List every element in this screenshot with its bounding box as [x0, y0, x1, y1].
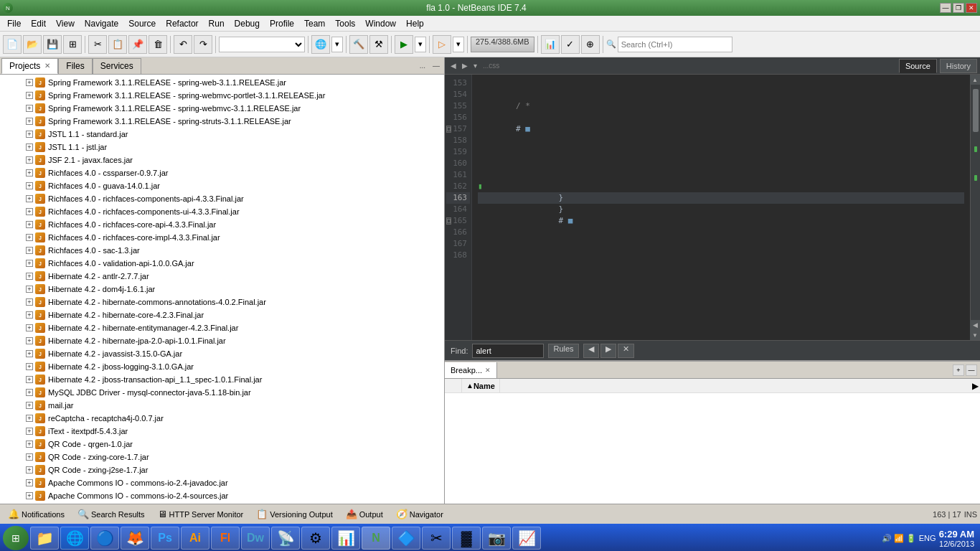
start-button[interactable]: ⊞ — [3, 526, 29, 550]
expand-icon[interactable]: + — [26, 118, 33, 125]
taskbar-photoshop[interactable]: Ps — [151, 527, 179, 550]
list-item[interactable]: + J mail.jar — [0, 399, 444, 412]
expand-icon[interactable]: + — [26, 273, 33, 280]
taskbar-illustrator[interactable]: Ai — [181, 527, 209, 550]
taskbar-ie[interactable]: 🌐 — [60, 527, 89, 550]
delete-button[interactable]: 🗑 — [149, 35, 167, 54]
list-item[interactable]: + J MySQL JDBC Driver - mysql-connector-… — [0, 386, 444, 399]
taskbar-flash[interactable]: Fl — [211, 527, 240, 550]
list-item[interactable]: + J QR Code - zxing-j2se-1.7.jar — [0, 463, 444, 476]
list-item[interactable]: + J reCaptcha - recaptcha4j-0.0.7.jar — [0, 412, 444, 425]
menu-file[interactable]: File — [3, 17, 25, 30]
menu-team[interactable]: Team — [300, 17, 329, 30]
list-item[interactable]: + J Apache Commons IO - commons-io-2.4-j… — [0, 476, 444, 489]
expand-icon[interactable]: + — [26, 389, 33, 396]
list-item[interactable]: + J Richfaces 4.0 - cssparser-0.9.7.jar — [0, 166, 444, 179]
list-item[interactable]: + J QR Code - zxing-core-1.7.jar — [0, 451, 444, 463]
cut-button[interactable]: ✂ — [88, 35, 107, 54]
list-item[interactable]: + J Hibernate 4.2 - hibernate-entitymana… — [0, 321, 444, 334]
expand-icon[interactable]: + — [26, 479, 33, 486]
taskbar-terminal[interactable]: ▓ — [452, 527, 481, 550]
profile-button[interactable]: 📊 — [541, 35, 560, 54]
list-item[interactable]: + J Apache Commons IO - commons-io-2.4-s… — [0, 489, 444, 502]
taskbar-app-14[interactable]: ✂ — [422, 527, 451, 550]
expand-icon[interactable]: + — [26, 441, 33, 448]
expand-icon[interactable]: + — [26, 402, 33, 409]
find-close-btn[interactable]: ✕ — [618, 344, 634, 358]
scroll-prev-btn[interactable]: ◀ — [970, 320, 980, 330]
menu-help[interactable]: Help — [402, 17, 428, 30]
expand-icon[interactable]: + — [26, 350, 33, 357]
paste-button[interactable]: 📌 — [128, 35, 147, 54]
expand-icon[interactable]: + — [26, 182, 33, 189]
list-item[interactable]: + J Richfaces 4.0 - guava-14.0.1.jar — [0, 179, 444, 192]
menu-run[interactable]: Run — [204, 17, 229, 30]
expand-icon[interactable]: + — [26, 143, 33, 151]
list-item[interactable]: + J Hibernate 4.2 - jboss-transaction-ap… — [0, 373, 444, 386]
expand-icon[interactable]: + — [26, 415, 33, 422]
taskbar-netbeans[interactable]: N — [362, 527, 390, 550]
taskbar-app-9[interactable]: 📡 — [271, 527, 300, 550]
expand-icon[interactable]: + — [26, 324, 33, 331]
find-next-btn[interactable]: ▶ — [600, 344, 616, 358]
menu-debug[interactable]: Debug — [230, 17, 264, 30]
tab-services[interactable]: Services — [93, 58, 141, 74]
expand-icon[interactable]: + — [26, 195, 33, 202]
list-item[interactable]: + J Richfaces 4.0 - validation-api-1.0.0… — [0, 257, 444, 270]
expand-icon[interactable]: + — [26, 337, 33, 344]
clean-build-button[interactable]: ⚒ — [369, 35, 388, 54]
list-item[interactable]: + J Hibernate 4.2 - javassist-3.15.0-GA.… — [0, 347, 444, 360]
status-versioning[interactable]: 📋 Versioning Output — [251, 507, 337, 522]
list-item[interactable]: + J Richfaces 4.0 - richfaces-components… — [0, 205, 444, 218]
expand-icon[interactable]: + — [26, 453, 33, 461]
expand-icon[interactable]: + — [26, 247, 33, 254]
status-search-results[interactable]: 🔍 Search Results — [72, 507, 150, 522]
tab-history[interactable]: History — [940, 59, 977, 73]
list-item[interactable]: + J JSF 2.1 - javax.faces.jar — [0, 154, 444, 166]
menu-source[interactable]: Source — [124, 17, 160, 30]
menu-tools[interactable]: Tools — [331, 17, 359, 30]
breakpoints-tab-close[interactable]: ✕ — [485, 367, 491, 374]
status-notifications[interactable]: 🔔 Notifications — [3, 507, 70, 522]
list-item[interactable]: + J Hibernate 4.2 - jboss-logging-3.1.0.… — [0, 360, 444, 373]
open-project-button[interactable]: 📂 — [23, 35, 42, 54]
status-http-server[interactable]: 🖥 HTTP Server Monitor — [153, 507, 249, 522]
tab-files[interactable]: Files — [58, 58, 92, 74]
taskbar-explorer[interactable]: 📁 — [30, 527, 59, 550]
menu-navigate[interactable]: Navigate — [80, 17, 123, 30]
expand-icon[interactable]: + — [26, 221, 33, 228]
editor-nav-next[interactable]: ▶ — [459, 62, 471, 70]
new-project-button[interactable]: 📄 — [3, 35, 22, 54]
find-rules-btn[interactable]: Rules — [548, 344, 578, 358]
taskbar-app-16[interactable]: 📷 — [482, 527, 511, 550]
menu-edit[interactable]: Edit — [27, 17, 50, 30]
panel-restore-btn[interactable]: ... — [417, 62, 428, 70]
code-editor[interactable]: / * # ■ ▮ } } # ■ — [472, 75, 970, 340]
copy-button[interactable]: 📋 — [108, 35, 127, 54]
list-item[interactable]: + J Hibernate 4.2 - dom4j-1.6.1.jar — [0, 283, 444, 296]
taskbar-app-10[interactable]: ⚙ — [301, 527, 330, 550]
fold-btn-157[interactable]: □ — [446, 126, 451, 133]
status-output[interactable]: 📤 Output — [341, 507, 388, 522]
browser-button[interactable]: 🌐 — [311, 35, 330, 54]
toolbar-combo[interactable] — [219, 37, 305, 52]
scroll-up-btn[interactable]: ▲ — [970, 75, 980, 85]
panel-expand-btn[interactable]: + — [953, 364, 964, 376]
expand-icon[interactable]: + — [26, 298, 33, 306]
expand-icon[interactable]: + — [26, 311, 33, 319]
find-prev-btn[interactable]: ◀ — [583, 344, 599, 358]
restore-button[interactable]: ❐ — [953, 3, 964, 13]
save-button[interactable]: 💾 — [43, 35, 62, 54]
scroll-down-btn[interactable]: ▼ — [970, 330, 980, 340]
expand-icon[interactable]: + — [26, 376, 33, 383]
list-item[interactable]: + J Spring Framework 3.1.1.RELEASE - spr… — [0, 102, 444, 115]
expand-icon[interactable]: + — [26, 260, 33, 267]
list-item[interactable]: + J Richfaces 4.0 - sac-1.3.jar — [0, 244, 444, 257]
fold-btn-165[interactable]: □ — [446, 217, 451, 225]
status-navigator[interactable]: 🧭 Navigator — [391, 507, 448, 522]
tab-projects[interactable]: Projects ✕ — [1, 58, 58, 74]
search-input[interactable] — [618, 37, 732, 52]
list-item[interactable]: + J Spring Framework 3.1.1.RELEASE - spr… — [0, 115, 444, 128]
run-button[interactable]: ▶ — [395, 35, 413, 54]
expand-icon[interactable]: + — [26, 363, 33, 370]
